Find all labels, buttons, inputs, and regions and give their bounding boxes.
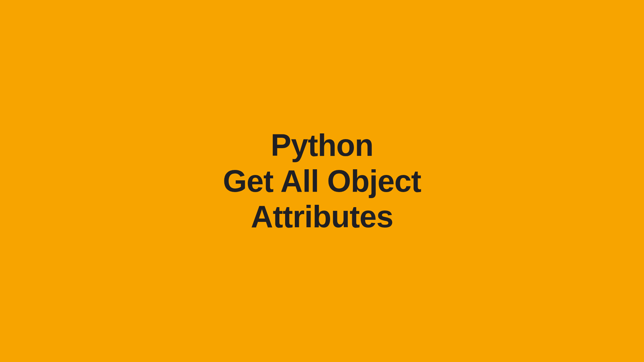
- title-line-1: Python: [223, 127, 421, 163]
- title-line-2: Get All Object: [223, 163, 421, 199]
- title-line-3: Attributes: [223, 199, 421, 235]
- title-container: Python Get All Object Attributes: [223, 127, 421, 235]
